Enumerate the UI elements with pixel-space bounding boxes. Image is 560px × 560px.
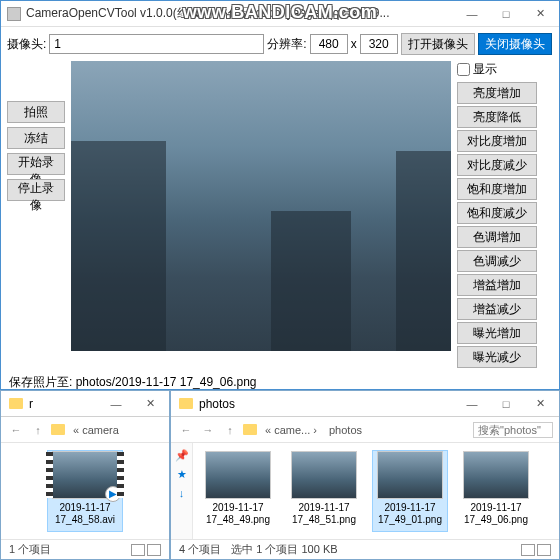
folder-icon [9,398,23,409]
play-overlay-icon: ▶ [105,486,121,502]
view-icon[interactable] [147,544,161,556]
exp1-minimize[interactable]: — [99,394,133,414]
display-label: 显示 [473,61,497,78]
pin-icon[interactable]: 📌 [175,449,189,462]
up-icon[interactable]: ↑ [29,421,47,439]
hue-up-button[interactable]: 色调增加 [457,226,537,248]
file-item-avi[interactable]: ▶ 2019-11-17 17_48_58.avi [48,451,122,531]
saturation-up-button[interactable]: 饱和度增加 [457,178,537,200]
image-thumbnail [463,451,529,499]
exp1-titlebar[interactable]: r — ✕ [1,391,169,417]
forward-icon[interactable]: → [199,421,217,439]
app-icon [7,7,21,21]
right-controls: 显示 亮度增加 亮度降低 对比度增加 对比度减少 饱和度增加 饱和度减少 色调增… [457,61,537,368]
freeze-button[interactable]: 冻结 [7,127,65,149]
exposure-up-button[interactable]: 曝光增加 [457,322,537,344]
file-item-png[interactable]: 2019-11-17 17_48_49.png [201,451,275,531]
exp2-crumb1[interactable]: « came... › [261,423,321,437]
brightness-up-button[interactable]: 亮度增加 [457,82,537,104]
brightness-down-button[interactable]: 亮度降低 [457,106,537,128]
camera-label: 摄像头: [7,36,46,53]
res-x: x [351,37,357,51]
image-thumbnail [291,451,357,499]
video-thumbnail: ▶ [52,451,118,499]
back-icon[interactable]: ← [177,421,195,439]
saturation-down-button[interactable]: 饱和度减少 [457,202,537,224]
view-icon[interactable] [537,544,551,556]
exp2-toolbar: ← → ↑ « came... › photos [171,417,559,443]
exp2-minimize[interactable]: — [455,394,489,414]
folder-icon [51,424,65,435]
capture-button[interactable]: 拍照 [7,101,65,123]
exp2-title: photos [199,397,235,411]
file-item-png[interactable]: 2019-11-17 17_49_06.png [459,451,533,531]
bandicam-watermark: www.BANDICAM.com [183,2,377,23]
width-input[interactable] [310,34,348,54]
explorer-window-1: r — ✕ ← ↑ « camera ▶ 2019-11-17 17_48_58… [0,390,170,560]
file-name: 2019-11-17 17_48_58.avi [48,502,122,526]
exp1-title: r [29,397,33,411]
exp1-close[interactable]: ✕ [133,394,167,414]
folder-icon [243,424,257,435]
view-icon[interactable] [131,544,145,556]
exp2-maximize[interactable]: □ [489,394,523,414]
close-button[interactable]: ✕ [523,4,557,24]
open-camera-button[interactable]: 打开摄像头 [401,33,475,55]
exp2-sidebar: 📌 ★ ↓ [171,443,193,539]
exp2-crumb2[interactable]: photos [325,423,366,437]
file-item-png[interactable]: 2019-11-17 17_49_01.png [373,451,447,531]
top-controls: 摄像头: 分辨率: x 打开摄像头 关闭摄像头 [1,27,559,61]
gain-down-button[interactable]: 增益减少 [457,298,537,320]
contrast-down-button[interactable]: 对比度减少 [457,154,537,176]
file-name: 2019-11-17 17_48_49.png [201,502,275,526]
exp1-crumb[interactable]: « camera [69,423,123,437]
explorer-window-2: photos — □ ✕ ← → ↑ « came... › photos 📌 … [170,390,560,560]
up-icon[interactable]: ↑ [221,421,239,439]
hue-down-button[interactable]: 色调减少 [457,250,537,272]
stop-record-button[interactable]: 停止录像 [7,179,65,201]
star-icon[interactable]: ★ [177,468,187,481]
camera-index-input[interactable] [49,34,264,54]
display-checkbox[interactable] [457,63,470,76]
camera-preview [71,61,451,351]
minimize-button[interactable]: — [455,4,489,24]
maximize-button[interactable]: □ [489,4,523,24]
height-input[interactable] [360,34,398,54]
exp1-toolbar: ← ↑ « camera [1,417,169,443]
file-name: 2019-11-17 17_49_01.png [373,502,447,526]
search-input[interactable] [473,422,553,438]
file-name: 2019-11-17 17_48_51.png [287,502,361,526]
folder-icon [179,398,193,409]
download-icon[interactable]: ↓ [179,487,185,499]
exposure-down-button[interactable]: 曝光减少 [457,346,537,368]
main-window: CameraOpenCVTool v1.0.0(红模仿 小作品 csdn: ji… [0,0,560,390]
exp1-statusbar: 1 个项目 [1,539,169,559]
close-camera-button[interactable]: 关闭摄像头 [478,33,552,55]
resolution-label: 分辨率: [267,36,306,53]
view-icon[interactable] [521,544,535,556]
back-icon[interactable]: ← [7,421,25,439]
start-record-button[interactable]: 开始录像 [7,153,65,175]
file-name: 2019-11-17 17_49_06.png [459,502,533,526]
exp2-close[interactable]: ✕ [523,394,557,414]
exp2-statusbar: 4 个项目 选中 1 个项目 100 KB [171,539,559,559]
exp2-titlebar[interactable]: photos — □ ✕ [171,391,559,417]
image-thumbnail [205,451,271,499]
gain-up-button[interactable]: 增益增加 [457,274,537,296]
contrast-up-button[interactable]: 对比度增加 [457,130,537,152]
file-item-png[interactable]: 2019-11-17 17_48_51.png [287,451,361,531]
left-controls: 拍照 冻结 开始录像 停止录像 [7,61,65,368]
image-thumbnail [377,451,443,499]
